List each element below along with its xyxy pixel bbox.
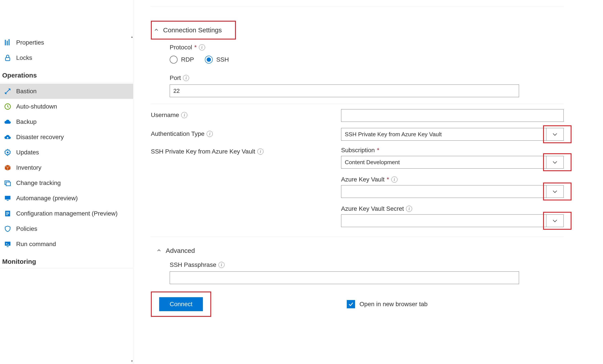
ssh-passphrase-label: SSH Passphrase i <box>170 261 564 268</box>
protocol-label: Protocol * i <box>170 44 564 51</box>
section-title: Connection Settings <box>163 26 222 34</box>
scroll-down-icon[interactable]: ▾ <box>131 359 133 363</box>
info-icon[interactable]: i <box>181 112 187 118</box>
azure-key-vault-secret-select[interactable] <box>341 214 546 227</box>
sidebar-item-label: Backup <box>16 118 36 125</box>
chevron-up-icon <box>154 26 159 34</box>
radio-label: SSH <box>216 56 229 63</box>
protocol-option-rdp[interactable]: RDP <box>170 56 194 64</box>
cloud-backup-icon <box>4 118 11 126</box>
svg-rect-11 <box>6 212 9 213</box>
sidebar-item-label: Auto-shutdown <box>16 103 57 110</box>
sidebar-item-inventory[interactable]: Inventory <box>0 160 133 175</box>
section-connection-settings-toggle[interactable]: Connection Settings <box>151 21 236 40</box>
open-new-tab-checkbox[interactable]: Open in new browser tab <box>347 300 428 308</box>
clock-icon <box>4 103 11 110</box>
authentication-type-select[interactable] <box>341 128 546 141</box>
sidebar-item-auto-shutdown[interactable]: Auto-shutdown <box>0 99 133 114</box>
azure-key-vault-secret-label: Azure Key Vault Secret i <box>341 205 564 212</box>
azure-key-vault-secret-dropdown-button[interactable] <box>546 214 564 227</box>
port-input[interactable] <box>170 85 519 97</box>
sidebar-item-run-command[interactable]: Run command <box>0 236 133 252</box>
sidebar-item-label: Updates <box>16 149 39 156</box>
sidebar: ▴ Properties Locks Operations Bastion Au… <box>0 0 133 364</box>
bastion-icon <box>4 88 11 95</box>
info-icon[interactable]: i <box>207 131 213 137</box>
sidebar-item-updates[interactable]: Updates <box>0 145 133 160</box>
svg-point-5 <box>7 152 9 154</box>
sidebar-item-bastion[interactable]: Bastion <box>0 84 133 99</box>
divider <box>151 237 564 237</box>
protocol-radio-group: RDP SSH <box>170 56 564 64</box>
divider <box>151 104 564 104</box>
box-icon <box>4 164 11 171</box>
sidebar-item-policies[interactable]: Policies <box>0 221 133 236</box>
cloud-recovery-icon <box>4 133 11 141</box>
policy-icon <box>4 225 11 232</box>
info-icon[interactable]: i <box>406 206 412 212</box>
svg-rect-9 <box>7 200 9 201</box>
chevron-up-icon <box>157 247 161 254</box>
sidebar-item-backup[interactable]: Backup <box>0 114 133 130</box>
info-icon[interactable]: i <box>219 262 225 268</box>
svg-rect-13 <box>6 214 8 215</box>
scroll-up-icon[interactable]: ▴ <box>131 35 133 38</box>
svg-rect-14 <box>5 242 11 246</box>
required-indicator: * <box>377 147 379 154</box>
sidebar-item-properties[interactable]: Properties <box>0 35 133 50</box>
sidebar-item-change-tracking[interactable]: Change tracking <box>0 175 133 191</box>
config-icon <box>4 210 11 217</box>
properties-icon <box>4 39 11 46</box>
section-title: Advanced <box>166 247 195 254</box>
port-label: Port i <box>170 75 564 81</box>
sidebar-group-operations: Operations <box>0 66 133 82</box>
info-icon[interactable]: i <box>391 176 397 183</box>
radio-label: RDP <box>181 56 194 63</box>
authentication-type-label: Authentication Type i <box>151 130 213 137</box>
divider <box>151 7 564 7</box>
sidebar-item-label: Automanage (preview) <box>16 195 78 202</box>
sidebar-item-label: Inventory <box>16 164 41 171</box>
azure-key-vault-dropdown-button[interactable] <box>546 185 564 198</box>
sidebar-item-automanage[interactable]: Automanage (preview) <box>0 191 133 206</box>
ssh-passphrase-input[interactable] <box>170 271 519 284</box>
svg-rect-2 <box>9 39 9 45</box>
sidebar-item-label: Policies <box>16 225 37 232</box>
sidebar-item-disaster-recovery[interactable]: Disaster recovery <box>0 130 133 145</box>
info-icon[interactable]: i <box>257 148 264 154</box>
azure-key-vault-label: Azure Key Vault * i <box>341 176 564 183</box>
subscription-dropdown-button[interactable] <box>546 156 564 169</box>
protocol-option-ssh[interactable]: SSH <box>205 56 229 64</box>
sidebar-item-configuration-management[interactable]: Configuration management (Preview) <box>0 206 133 221</box>
svg-rect-15 <box>7 246 9 247</box>
authentication-type-dropdown-button[interactable] <box>546 128 564 141</box>
info-icon[interactable]: i <box>199 44 205 50</box>
azure-key-vault-select[interactable] <box>341 185 546 198</box>
sidebar-item-label: Run command <box>16 241 56 248</box>
svg-rect-12 <box>6 213 9 214</box>
svg-rect-8 <box>5 196 11 199</box>
sidebar-item-label: Locks <box>16 54 32 61</box>
info-icon[interactable]: i <box>183 75 189 81</box>
lock-icon <box>4 54 11 62</box>
checkbox-checked-icon <box>347 300 355 308</box>
username-input[interactable] <box>341 109 564 122</box>
gear-icon <box>4 149 11 156</box>
required-indicator: * <box>387 176 389 183</box>
subscription-label: Subscription * <box>341 147 564 154</box>
main-content: Connection Settings Protocol * i RDP SSH… <box>133 0 603 364</box>
sidebar-item-label: Configuration management (Preview) <box>16 210 118 217</box>
ssh-key-vault-section-label: SSH Private Key from Azure Key Vault i <box>151 148 264 155</box>
section-advanced-toggle[interactable]: Advanced <box>151 242 564 259</box>
sidebar-group-monitoring: Monitoring <box>0 252 133 269</box>
connect-button[interactable]: Connect <box>159 297 203 311</box>
sidebar-item-locks[interactable]: Locks <box>0 50 133 66</box>
required-indicator: * <box>194 44 197 51</box>
svg-rect-0 <box>5 40 6 45</box>
sidebar-item-label: Disaster recovery <box>16 134 64 141</box>
sidebar-item-label: Bastion <box>16 88 36 95</box>
change-tracking-icon <box>4 179 11 187</box>
svg-rect-1 <box>7 41 8 45</box>
checkbox-label: Open in new browser tab <box>359 301 428 308</box>
subscription-select[interactable] <box>341 156 546 169</box>
